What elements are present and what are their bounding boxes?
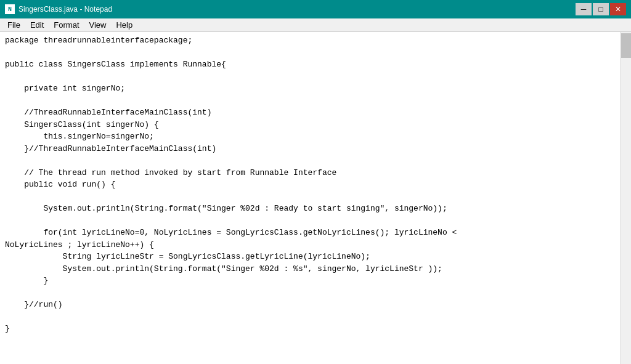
maximize-button[interactable]: □ (593, 3, 609, 15)
window-title: SingersClass.java - Notepad (18, 5, 112, 14)
editor-content[interactable]: package threadrunnableinterfacepackage; … (0, 32, 621, 364)
menu-edit[interactable]: Edit (25, 19, 49, 31)
menu-view[interactable]: View (84, 19, 112, 31)
minimize-button[interactable]: ─ (576, 3, 592, 15)
menu-help[interactable]: Help (111, 19, 137, 31)
code-text: package threadrunnableinterfacepackage; … (5, 34, 616, 335)
scrollbar-thumb[interactable] (621, 33, 631, 58)
menu-bar: File Edit Format View Help (0, 18, 631, 32)
menu-file[interactable]: File (2, 19, 25, 31)
title-bar-left: N SingersClass.java - Notepad (5, 4, 112, 14)
notepad-icon: N (5, 4, 15, 14)
editor-container: package threadrunnableinterfacepackage; … (0, 32, 631, 364)
title-bar: N SingersClass.java - Notepad ─ □ ✕ (0, 0, 631, 18)
vertical-scrollbar[interactable] (621, 32, 631, 364)
menu-format[interactable]: Format (49, 19, 84, 31)
window-controls: ─ □ ✕ (576, 3, 626, 15)
notepad-icon-label: N (8, 6, 12, 13)
close-button[interactable]: ✕ (610, 3, 626, 15)
